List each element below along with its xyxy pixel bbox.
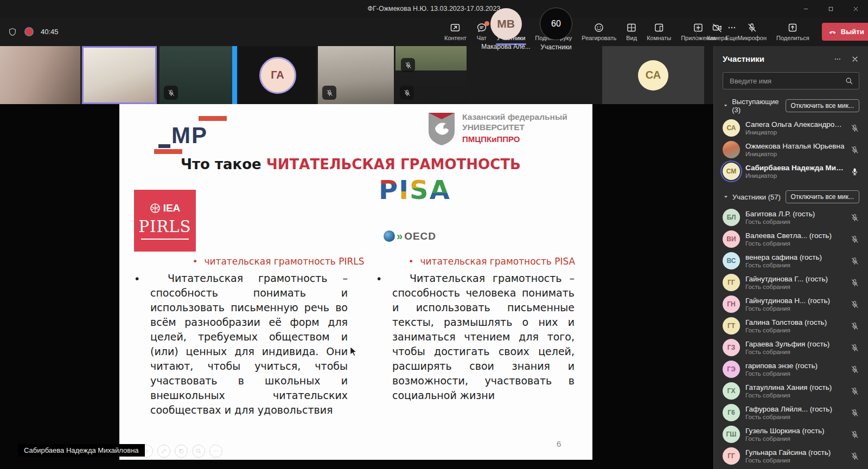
video-tile[interactable]: ГА	[239, 46, 316, 104]
close-button[interactable]	[843, 0, 868, 17]
more-options-icon[interactable]	[833, 55, 842, 63]
recording-indicator-icon	[24, 27, 34, 36]
search-box[interactable]	[723, 72, 859, 89]
mic-muted-icon[interactable]	[850, 430, 859, 439]
pirls-bullet-line: • читательская грамотность PIRLS	[193, 256, 365, 267]
mic-muted-icon[interactable]	[850, 213, 859, 222]
avatar: ГА	[259, 57, 296, 94]
slide-control-button[interactable]	[192, 445, 205, 458]
avatar-initials: Г6	[727, 409, 735, 416]
toolbar-item[interactable]: Комнаты	[642, 17, 676, 46]
avatar-initials: ГА	[271, 69, 284, 81]
video-tile[interactable]: СА	[602, 46, 704, 104]
search-input[interactable]	[729, 76, 845, 86]
toolbar-item[interactable]: Камера	[702, 22, 732, 41]
slide-control-button[interactable]	[209, 445, 222, 458]
mic-muted-icon[interactable]	[850, 235, 859, 244]
close-panel-icon[interactable]	[851, 55, 859, 63]
mic-muted-icon[interactable]	[850, 365, 859, 374]
mic-status-icon[interactable]	[850, 167, 859, 176]
participant-row[interactable]: ГЭ гарипова энзе (гость) Гость собрания	[714, 358, 868, 380]
toolbar-right: Камера Микрофон Поделиться Выйти	[702, 17, 868, 46]
mic-muted-icon[interactable]	[850, 343, 859, 352]
bullet-icon: •	[193, 256, 197, 267]
speakers-section-label: Выступающие (3)	[732, 98, 785, 114]
toolbar-item[interactable]: Контент	[439, 17, 471, 46]
participant-row[interactable]: ГГ Гайнутдинова Г... (гость) Гость собра…	[714, 272, 868, 293]
participant-row[interactable]: ВС венера сафина (гость) Гость собрания	[714, 250, 868, 272]
toolbar-item[interactable]: Реагировать	[577, 17, 621, 46]
video-tile[interactable]	[395, 46, 467, 104]
leave-button[interactable]: Выйти	[822, 23, 868, 41]
participants-section-toggle[interactable]: Участники (57)	[723, 193, 781, 201]
kfu-line3: ПМЦПКиППРО	[462, 134, 567, 144]
kfu-logo-text: Казанский федеральный УНИВЕРСИТЕТ ПМЦПКи…	[462, 112, 567, 144]
mic-muted-icon[interactable]	[850, 408, 859, 417]
mic-status-icon[interactable]	[850, 124, 859, 133]
slide-control-button[interactable]	[157, 445, 170, 458]
mic-muted-icon[interactable]	[850, 322, 859, 331]
mic-muted-icon[interactable]	[850, 256, 859, 266]
avatar: ГЗ	[723, 339, 740, 356]
video-tile[interactable]	[82, 46, 157, 104]
pisa-letter: P	[379, 175, 399, 205]
participants-count-tile[interactable]: 60 Участники	[534, 0, 578, 58]
participant-role: Гость собрания	[745, 262, 845, 268]
avatar: СА	[723, 119, 740, 137]
right-column: • Читательская грамотность – способность…	[376, 271, 575, 403]
participant-row[interactable]: ВИ Валеева Светла... (гость) Гость собра…	[714, 228, 868, 250]
avatar-initials: ГЭ	[727, 365, 735, 373]
overflow-participant[interactable]: МВ Макарова Але...	[477, 0, 534, 58]
mic-muted-icon[interactable]	[850, 387, 859, 396]
mute-all-button[interactable]: Отключить все мик...	[786, 99, 859, 112]
participant-row[interactable]: Г6 Гафурова Ляйля... (гость) Гость собра…	[714, 402, 868, 423]
toolbar-item[interactable]: Поделиться	[771, 22, 814, 41]
video-tile[interactable]	[159, 46, 237, 104]
participant-name-label: Макарова Але...	[481, 43, 530, 50]
oecd-chevrons: »	[397, 230, 401, 242]
avatar: ВИ	[723, 230, 740, 248]
toolbar-item[interactable]: Вид	[621, 17, 642, 46]
participant-role: Инициатор	[745, 172, 845, 179]
participants-panel: Участники Выступающие (3) Отключить все …	[713, 46, 868, 469]
participant-row[interactable]: ГЗ Гараева Зульфия (гость) Гость собрани…	[714, 337, 868, 358]
video-tile[interactable]	[318, 46, 394, 104]
maximize-button[interactable]	[818, 0, 843, 17]
participant-row[interactable]: БЛ Багитова Л.Р. (гость) Гость собрания	[714, 207, 868, 228]
presentation-stage: МР Казанский федеральный УНИВЕРСИТЕТ ПМЦ…	[0, 104, 713, 469]
participant-info: Гульнара Гайсина (гость) Гость собрания	[745, 448, 845, 464]
toolbar-item-label: Поделиться	[776, 35, 809, 41]
participant-row[interactable]: Ожмекова Наталья Юрьевна Инициатор	[714, 139, 868, 160]
minimize-button[interactable]	[793, 0, 818, 17]
toolbar-item-label: Реагировать	[582, 35, 616, 41]
participant-info: Галина Толстова (гость) Гость собрания	[745, 318, 845, 333]
iea-globe-icon	[150, 203, 161, 214]
speakers-section-header: Выступающие (3) Отключить все мик...	[714, 98, 868, 114]
avatar: ГЭ	[723, 361, 740, 378]
bullet-icon: •	[134, 273, 140, 285]
titlebar: ФГ-Ожмекова Н.Ю. 13.03.2023-17.03.2023	[0, 0, 868, 17]
mute-all-button[interactable]: Отключить все мик...	[786, 190, 859, 203]
participant-row[interactable]: СМ Сабирбаева Надежда Михайл... Инициато…	[714, 160, 868, 182]
participant-row[interactable]: ГТ Галина Толстова (гость) Гость собрани…	[714, 315, 868, 337]
participant-info: Гафурова Ляйля... (гость) Гость собрания	[745, 405, 845, 420]
left-column: • Читательская грамотность – способность…	[134, 271, 348, 417]
mic-muted-icon[interactable]	[850, 300, 859, 309]
participants-count: 60	[540, 8, 572, 40]
participant-row[interactable]: ГХ Гулюза Хабипова (гость) Гость собрани…	[714, 467, 868, 469]
participant-row[interactable]: ГГ Гульнара Гайсина (гость) Гость собран…	[714, 445, 868, 467]
speakers-section-toggle[interactable]: Выступающие (3)	[723, 98, 786, 114]
participant-row[interactable]: ГШ Гузель Шоркина (гость) Гость собрания	[714, 423, 868, 445]
leave-button-main[interactable]: Выйти	[822, 27, 868, 36]
mic-status-icon[interactable]	[850, 145, 859, 155]
toolbar-item-icon	[450, 22, 461, 33]
slide-control-button[interactable]	[175, 445, 188, 458]
toolbar-item[interactable]: Микрофон	[732, 22, 771, 41]
participant-row[interactable]: ГН Гайнутдинова Н... (гость) Гость собра…	[714, 293, 868, 315]
mic-muted-icon[interactable]	[850, 278, 859, 287]
video-tile[interactable]	[0, 46, 80, 104]
participant-row[interactable]: СА Сапега Ольга Александровна Инициатор	[714, 117, 868, 139]
mic-muted-icon[interactable]	[850, 452, 859, 461]
shield-icon	[8, 27, 17, 37]
participant-row[interactable]: ГХ Гатауллина Хания (гость) Гость собран…	[714, 380, 868, 402]
